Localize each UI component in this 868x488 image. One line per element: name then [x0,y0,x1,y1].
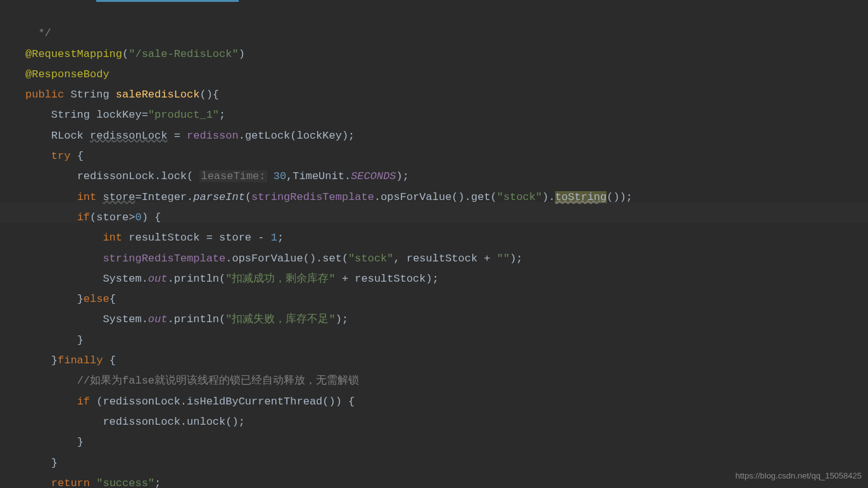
class-system: System. [103,273,148,285]
brace: } [77,436,84,448]
number-literal: 0 [135,211,141,223]
type-string: String [70,89,115,101]
method-call: redissonLock.lock( [77,170,200,182]
brace: { [110,354,116,366]
var-decl: String lockKey= [51,109,148,121]
brace: { [77,150,84,162]
equals: =Integer. [135,191,193,203]
keyword-public: public [25,89,70,101]
semicolon: ; [154,477,161,488]
keyword-try: try [51,150,77,162]
method-name: saleRedisLock [116,89,200,101]
paren: ) [239,48,245,60]
keyword-int: int [103,232,129,244]
method-sig-end: (){ [199,89,219,101]
const-seconds: SECONDS [351,170,396,182]
method-println: .println( [167,273,225,285]
string-literal: "product_1" [148,109,219,121]
param-hint-leasetime: leaseTime: [199,170,267,182]
field-stringredistemplate: stringRedisTemplate [251,191,374,203]
stmt-end: ); [396,170,409,182]
brace: } [77,293,84,305]
string-literal: "扣减成功，剩余库存" [225,273,335,285]
args: ,TimeUnit. [286,170,351,182]
keyword-else: else [84,293,110,305]
annotation-requestmapping: @RequestMapping [25,48,122,60]
keyword-if: if [77,211,90,223]
string-literal: "扣减失败，库存不足" [225,313,335,325]
field-stringredistemplate: stringRedisTemplate [103,253,225,265]
field-redisson: redisson [187,130,239,142]
stmt-end: + resultStock); [336,273,439,285]
code-block: */ @RequestMapping("/sale-RedisLock") @R… [25,23,868,488]
semicolon: ; [277,232,284,244]
field-out: out [148,313,168,325]
comment-line: //如果为false就说明该线程的锁已经自动释放，无需解锁 [77,375,359,387]
method-call: .getLock(lockKey); [239,130,355,142]
condition: (redissonLock.isHeldByCurrentThread()) { [96,396,355,408]
paren-dot: ). [542,191,555,203]
method-tostring: toString [555,191,607,203]
method-call: redissonLock.unlock(); [103,416,244,428]
field-out: out [148,273,168,285]
keyword-int: int [77,191,103,203]
string-literal: "success" [96,477,154,488]
stmt-end: ); [336,313,348,325]
code-editor[interactable]: */ @RequestMapping("/sale-RedisLock") @R… [0,0,868,488]
brace: } [51,354,58,366]
var-redissonlock: redissonLock [90,130,167,142]
string-literal: "" [497,253,510,265]
string-literal: "stock" [497,191,542,203]
number-literal: 1 [271,232,277,244]
semicolon: ; [219,109,225,121]
paren: ( [245,191,251,203]
brace: } [77,334,84,346]
string-literal: "/sale-RedisLock" [129,48,238,60]
method-parseint: parseInt [193,191,245,203]
number-literal: 30 [267,170,287,182]
cond-end: ) { [142,211,161,223]
var-store: store [103,191,135,203]
comment-end: */ [38,27,51,39]
expression: resultStock = store - [129,232,270,244]
args: , resultStock + [394,253,497,265]
keyword-return: return [51,477,96,488]
brace: { [110,293,116,305]
type-rlock: RLock [51,130,90,142]
class-system: System. [103,313,148,325]
stmt-end: ); [510,253,522,265]
string-literal: "stock" [348,253,393,265]
keyword-finally: finally [58,354,110,366]
paren: ( [122,48,129,60]
method-println: .println( [167,313,225,325]
active-tab-indicator [96,0,239,2]
method-chain: .opsForValue().get( [374,191,497,203]
brace: } [51,457,58,469]
equals: = [167,130,187,142]
annotation-responsebody: @ResponseBody [25,68,110,80]
stmt-end: ()); [607,191,632,203]
method-chain: .opsForValue().set( [225,253,348,265]
keyword-if: if [77,396,97,408]
condition: (store> [90,211,135,223]
